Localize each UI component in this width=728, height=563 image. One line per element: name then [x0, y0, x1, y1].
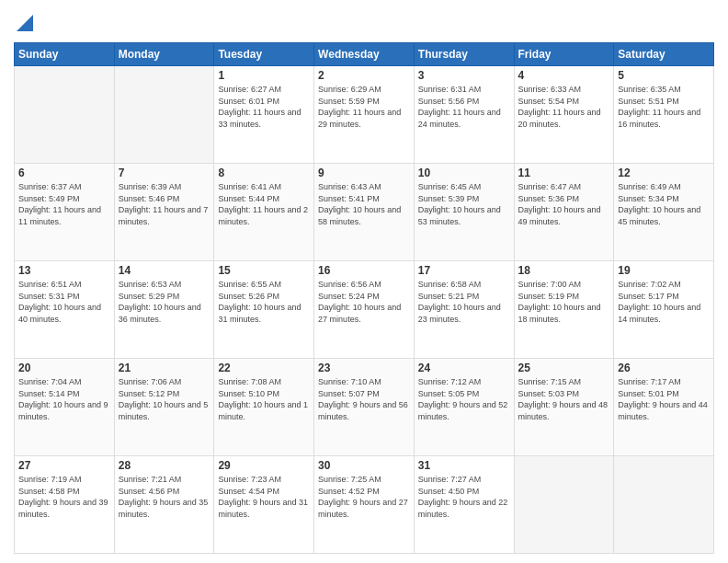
calendar-week-5: 27Sunrise: 7:19 AM Sunset: 4:58 PM Dayli…	[15, 456, 714, 554]
day-info: Sunrise: 7:00 AM Sunset: 5:19 PM Dayligh…	[518, 279, 610, 325]
day-number: 23	[318, 362, 410, 374]
day-info: Sunrise: 6:45 AM Sunset: 5:39 PM Dayligh…	[418, 181, 510, 227]
day-number: 28	[119, 459, 210, 472]
day-info: Sunrise: 6:37 AM Sunset: 5:49 PM Dayligh…	[18, 181, 110, 227]
day-info: Sunrise: 6:56 AM Sunset: 5:24 PM Dayligh…	[318, 279, 410, 325]
calendar-cell: 11Sunrise: 6:47 AM Sunset: 5:36 PM Dayli…	[514, 164, 614, 261]
logo	[14, 9, 33, 35]
calendar-header-row: SundayMondayTuesdayWednesdayThursdayFrid…	[15, 43, 714, 66]
col-header-monday: Monday	[114, 43, 214, 66]
day-info: Sunrise: 7:21 AM Sunset: 4:56 PM Dayligh…	[119, 474, 210, 520]
day-info: Sunrise: 6:29 AM Sunset: 5:59 PM Dayligh…	[318, 84, 410, 130]
logo-icon	[17, 11, 33, 31]
col-header-tuesday: Tuesday	[214, 43, 314, 66]
day-number: 1	[218, 69, 310, 82]
calendar-cell: 19Sunrise: 7:02 AM Sunset: 5:17 PM Dayli…	[614, 261, 714, 359]
day-info: Sunrise: 6:41 AM Sunset: 5:44 PM Dayligh…	[218, 181, 310, 227]
day-number: 31	[418, 459, 510, 472]
day-info: Sunrise: 7:10 AM Sunset: 5:07 PM Dayligh…	[318, 376, 410, 422]
day-info: Sunrise: 6:43 AM Sunset: 5:41 PM Dayligh…	[318, 181, 410, 227]
day-info: Sunrise: 6:51 AM Sunset: 5:31 PM Dayligh…	[18, 279, 110, 325]
calendar-cell: 4Sunrise: 6:33 AM Sunset: 5:54 PM Daylig…	[514, 66, 614, 164]
day-number: 10	[418, 167, 510, 179]
day-number: 29	[218, 459, 310, 472]
calendar-cell: 26Sunrise: 7:17 AM Sunset: 5:01 PM Dayli…	[614, 359, 714, 456]
calendar-cell: 18Sunrise: 7:00 AM Sunset: 5:19 PM Dayli…	[514, 261, 614, 359]
calendar-cell: 21Sunrise: 7:06 AM Sunset: 5:12 PM Dayli…	[114, 359, 214, 456]
calendar-cell: 27Sunrise: 7:19 AM Sunset: 4:58 PM Dayli…	[15, 456, 115, 554]
day-number: 12	[618, 167, 710, 179]
day-info: Sunrise: 6:31 AM Sunset: 5:56 PM Dayligh…	[418, 84, 510, 130]
day-number: 6	[18, 167, 110, 179]
day-number: 27	[18, 459, 110, 472]
col-header-saturday: Saturday	[614, 43, 714, 66]
calendar-cell: 25Sunrise: 7:15 AM Sunset: 5:03 PM Dayli…	[514, 359, 614, 456]
calendar-cell: 16Sunrise: 6:56 AM Sunset: 5:24 PM Dayli…	[314, 261, 415, 359]
day-info: Sunrise: 7:12 AM Sunset: 5:05 PM Dayligh…	[418, 376, 510, 422]
day-number: 4	[518, 69, 610, 82]
day-number: 3	[418, 69, 510, 82]
calendar-cell: 14Sunrise: 6:53 AM Sunset: 5:29 PM Dayli…	[114, 261, 214, 359]
day-number: 5	[618, 69, 710, 82]
calendar-cell	[114, 66, 214, 164]
calendar-cell: 8Sunrise: 6:41 AM Sunset: 5:44 PM Daylig…	[214, 164, 314, 261]
calendar-cell: 9Sunrise: 6:43 AM Sunset: 5:41 PM Daylig…	[314, 164, 415, 261]
calendar-week-4: 20Sunrise: 7:04 AM Sunset: 5:14 PM Dayli…	[15, 359, 714, 456]
calendar-week-3: 13Sunrise: 6:51 AM Sunset: 5:31 PM Dayli…	[15, 261, 714, 359]
day-number: 8	[218, 167, 310, 179]
col-header-wednesday: Wednesday	[314, 43, 415, 66]
calendar-cell: 17Sunrise: 6:58 AM Sunset: 5:21 PM Dayli…	[414, 261, 514, 359]
calendar-table: SundayMondayTuesdayWednesdayThursdayFrid…	[14, 42, 714, 554]
day-info: Sunrise: 7:04 AM Sunset: 5:14 PM Dayligh…	[18, 376, 110, 422]
day-number: 13	[18, 264, 110, 277]
col-header-thursday: Thursday	[414, 43, 514, 66]
day-info: Sunrise: 6:47 AM Sunset: 5:36 PM Dayligh…	[518, 181, 610, 227]
day-info: Sunrise: 6:33 AM Sunset: 5:54 PM Dayligh…	[518, 84, 610, 130]
day-number: 16	[318, 264, 410, 277]
day-info: Sunrise: 7:27 AM Sunset: 4:50 PM Dayligh…	[418, 474, 510, 520]
calendar-cell: 13Sunrise: 6:51 AM Sunset: 5:31 PM Dayli…	[15, 261, 115, 359]
calendar-cell: 23Sunrise: 7:10 AM Sunset: 5:07 PM Dayli…	[314, 359, 415, 456]
day-number: 21	[119, 362, 210, 374]
day-info: Sunrise: 7:15 AM Sunset: 5:03 PM Dayligh…	[518, 376, 610, 422]
day-number: 7	[119, 167, 210, 179]
calendar-cell: 12Sunrise: 6:49 AM Sunset: 5:34 PM Dayli…	[614, 164, 714, 261]
day-info: Sunrise: 7:08 AM Sunset: 5:10 PM Dayligh…	[218, 376, 310, 422]
day-info: Sunrise: 6:55 AM Sunset: 5:26 PM Dayligh…	[218, 279, 310, 325]
day-info: Sunrise: 7:19 AM Sunset: 4:58 PM Dayligh…	[18, 474, 110, 520]
day-number: 14	[119, 264, 210, 277]
day-info: Sunrise: 7:06 AM Sunset: 5:12 PM Dayligh…	[119, 376, 210, 422]
day-number: 24	[418, 362, 510, 374]
calendar-week-1: 1Sunrise: 6:27 AM Sunset: 6:01 PM Daylig…	[15, 66, 714, 164]
day-info: Sunrise: 7:02 AM Sunset: 5:17 PM Dayligh…	[618, 279, 710, 325]
calendar-cell: 2Sunrise: 6:29 AM Sunset: 5:59 PM Daylig…	[314, 66, 415, 164]
day-number: 17	[418, 264, 510, 277]
calendar-cell: 20Sunrise: 7:04 AM Sunset: 5:14 PM Dayli…	[15, 359, 115, 456]
day-number: 25	[518, 362, 610, 374]
calendar-cell: 28Sunrise: 7:21 AM Sunset: 4:56 PM Dayli…	[114, 456, 214, 554]
calendar-cell: 7Sunrise: 6:39 AM Sunset: 5:46 PM Daylig…	[114, 164, 214, 261]
day-info: Sunrise: 7:23 AM Sunset: 4:54 PM Dayligh…	[218, 474, 310, 520]
day-info: Sunrise: 6:58 AM Sunset: 5:21 PM Dayligh…	[418, 279, 510, 325]
day-info: Sunrise: 6:49 AM Sunset: 5:34 PM Dayligh…	[618, 181, 710, 227]
calendar-cell: 22Sunrise: 7:08 AM Sunset: 5:10 PM Dayli…	[214, 359, 314, 456]
calendar-cell: 5Sunrise: 6:35 AM Sunset: 5:51 PM Daylig…	[614, 66, 714, 164]
day-info: Sunrise: 6:35 AM Sunset: 5:51 PM Dayligh…	[618, 84, 710, 130]
calendar-cell	[514, 456, 614, 554]
calendar-cell	[614, 456, 714, 554]
day-number: 19	[618, 264, 710, 277]
day-number: 22	[218, 362, 310, 374]
calendar-cell: 6Sunrise: 6:37 AM Sunset: 5:49 PM Daylig…	[15, 164, 115, 261]
day-number: 11	[518, 167, 610, 179]
calendar-cell: 24Sunrise: 7:12 AM Sunset: 5:05 PM Dayli…	[414, 359, 514, 456]
col-header-sunday: Sunday	[15, 43, 115, 66]
calendar-week-2: 6Sunrise: 6:37 AM Sunset: 5:49 PM Daylig…	[15, 164, 714, 261]
day-number: 30	[318, 459, 410, 472]
day-info: Sunrise: 6:27 AM Sunset: 6:01 PM Dayligh…	[218, 84, 310, 130]
day-info: Sunrise: 6:39 AM Sunset: 5:46 PM Dayligh…	[119, 181, 210, 227]
day-number: 15	[218, 264, 310, 277]
day-number: 18	[518, 264, 610, 277]
calendar-cell: 29Sunrise: 7:23 AM Sunset: 4:54 PM Dayli…	[214, 456, 314, 554]
day-number: 9	[318, 167, 410, 179]
day-info: Sunrise: 7:17 AM Sunset: 5:01 PM Dayligh…	[618, 376, 710, 422]
